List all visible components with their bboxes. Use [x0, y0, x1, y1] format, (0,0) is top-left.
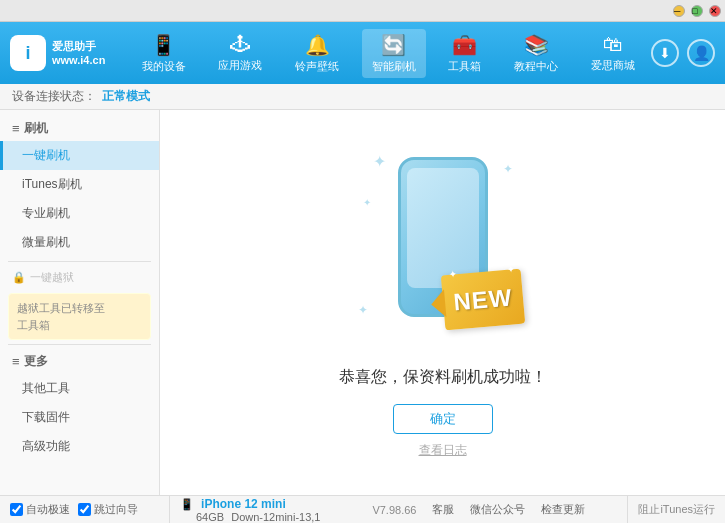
close-button[interactable]: ✕: [709, 5, 721, 17]
sidebar-grayed-jailbreak: 🔒 一键越狱: [0, 266, 159, 289]
status-label: 设备连接状态：: [12, 88, 96, 105]
version-text: V7.98.66: [372, 504, 416, 516]
minimize-button[interactable]: ─: [673, 5, 685, 17]
content-area: ✦ ✦ ✦ ✦ ✦ NEW ✦ 恭喜您，保资料刷机成功啦！ 确定 查看日志: [160, 110, 725, 495]
sidebar-item-download-firmware[interactable]: 下载固件: [0, 403, 159, 432]
nav-logo: i 爱思助手 www.i4.cn: [10, 35, 105, 71]
confirm-button[interactable]: 确定: [393, 404, 493, 434]
flash-section-icon: ≡: [12, 121, 20, 136]
nav-right-buttons: ⬇ 👤: [651, 39, 715, 67]
phone-screen: [407, 168, 479, 288]
phone-illustration: ✦ ✦ ✦ ✦ ✦ NEW ✦: [353, 147, 533, 347]
device-storage: 64GB: [196, 511, 224, 523]
flash-section-title: ≡ 刷机: [0, 116, 159, 141]
maximize-button[interactable]: □: [691, 5, 703, 17]
nav-item-apps-games-label: 应用游戏: [218, 58, 262, 73]
bottom-left: 自动极速 跳过向导: [10, 496, 170, 523]
skip-wizard-label: 跳过向导: [94, 502, 138, 517]
main-layout: ≡ 刷机 一键刷机 iTunes刷机 专业刷机 微量刷机 🔒 一键越狱 越狱工具…: [0, 110, 725, 495]
new-badge-left: [429, 288, 445, 317]
user-button[interactable]: 👤: [687, 39, 715, 67]
nav-item-mall-label: 爱思商城: [591, 58, 635, 73]
customer-service-link[interactable]: 客服: [432, 502, 454, 517]
toolbox-icon: 🧰: [452, 33, 477, 57]
sidebar-item-micro-flash[interactable]: 微量刷机: [0, 228, 159, 257]
tutorials-icon: 📚: [524, 33, 549, 57]
title-bar: ─ □ ✕: [0, 0, 725, 22]
skip-wizard-checkbox[interactable]: [78, 503, 91, 516]
new-badge: ✦ NEW ✦: [440, 268, 524, 330]
ringtones-icon: 🔔: [305, 33, 330, 57]
status-bar: 设备连接状态： 正常模式: [0, 84, 725, 110]
mall-icon: 🛍: [603, 33, 623, 56]
more-section-title: ≡ 更多: [0, 349, 159, 374]
nav-bar: i 爱思助手 www.i4.cn 📱 我的设备 🕹 应用游戏 🔔 铃声壁纸 🔄 …: [0, 22, 725, 84]
star-left: ✦: [448, 268, 457, 280]
device-section: 📱 iPhone 12 mini 64GB Down-12mini-13,1: [170, 493, 330, 524]
auto-send-checkbox[interactable]: [10, 503, 23, 516]
my-device-icon: 📱: [151, 33, 176, 57]
nav-item-mall[interactable]: 🛍 爱思商城: [581, 29, 645, 77]
logo-text: 爱思助手 www.i4.cn: [52, 39, 105, 68]
auto-send-checkbox-label[interactable]: 自动极速: [10, 502, 70, 517]
sidebar-info-box: 越狱工具已转移至工具箱: [8, 293, 151, 340]
skip-wizard-checkbox-label[interactable]: 跳过向导: [78, 502, 138, 517]
sidebar: ≡ 刷机 一键刷机 iTunes刷机 专业刷机 微量刷机 🔒 一键越狱 越狱工具…: [0, 110, 160, 495]
logo-line2: www.i4.cn: [52, 53, 105, 67]
download-button[interactable]: ⬇: [651, 39, 679, 67]
sidebar-divider-2: [8, 344, 151, 345]
nav-item-ringtones[interactable]: 🔔 铃声壁纸: [285, 29, 349, 78]
sparkle-2: ✦: [503, 162, 513, 176]
sparkle-4: ✦: [358, 303, 368, 317]
star-right: ✦: [505, 263, 514, 275]
nav-item-toolbox-label: 工具箱: [448, 59, 481, 74]
prevent-itunes-button[interactable]: 阻止iTunes运行: [638, 502, 715, 517]
device-icon: 📱: [180, 498, 194, 510]
bottom-bar: 自动极速 跳过向导 📱 iPhone 12 mini 64GB Down-12m…: [0, 495, 725, 523]
nav-item-my-device-label: 我的设备: [142, 59, 186, 74]
sidebar-item-one-key-flash[interactable]: 一键刷机: [0, 141, 159, 170]
window-controls[interactable]: ─ □ ✕: [670, 5, 721, 17]
sparkle-3: ✦: [363, 197, 371, 208]
nav-item-tutorials-label: 教程中心: [514, 59, 558, 74]
status-value: 正常模式: [102, 88, 150, 105]
more-section-label: 更多: [24, 353, 48, 370]
smart-flash-icon: 🔄: [381, 33, 406, 57]
sidebar-item-other-tools[interactable]: 其他工具: [0, 374, 159, 403]
nav-item-apps-games[interactable]: 🕹 应用游戏: [208, 29, 272, 77]
nav-item-tutorials[interactable]: 📚 教程中心: [504, 29, 568, 78]
sidebar-item-itunes-flash[interactable]: iTunes刷机: [0, 170, 159, 199]
sidebar-item-advanced[interactable]: 高级功能: [0, 432, 159, 461]
nav-item-my-device[interactable]: 📱 我的设备: [132, 29, 196, 78]
device-firmware: Down-12mini-13,1: [231, 511, 320, 523]
nav-item-ringtones-label: 铃声壁纸: [295, 59, 339, 74]
nav-item-smart-flash-label: 智能刷机: [372, 59, 416, 74]
wechat-link[interactable]: 微信公众号: [470, 502, 525, 517]
logo-line1: 爱思助手: [52, 39, 105, 53]
check-update-link[interactable]: 检查更新: [541, 502, 585, 517]
bottom-right: V7.98.66 客服 微信公众号 检查更新: [372, 502, 585, 517]
secondary-link[interactable]: 查看日志: [419, 442, 467, 459]
sidebar-item-pro-flash[interactable]: 专业刷机: [0, 199, 159, 228]
device-name: iPhone 12 mini: [201, 497, 286, 511]
new-badge-text: NEW: [452, 282, 513, 315]
flash-section-label: 刷机: [24, 120, 48, 137]
nav-items: 📱 我的设备 🕹 应用游戏 🔔 铃声壁纸 🔄 智能刷机 🧰 工具箱 📚 教程中心…: [125, 29, 651, 78]
logo-icon: i: [10, 35, 46, 71]
more-section-icon: ≡: [12, 354, 20, 369]
auto-send-label: 自动极速: [26, 502, 70, 517]
sparkle-1: ✦: [373, 152, 386, 171]
lock-icon: 🔒: [12, 271, 26, 284]
apps-games-icon: 🕹: [230, 33, 250, 56]
sidebar-divider-1: [8, 261, 151, 262]
nav-item-toolbox[interactable]: 🧰 工具箱: [438, 29, 491, 78]
success-text: 恭喜您，保资料刷机成功啦！: [339, 367, 547, 388]
nav-item-smart-flash[interactable]: 🔄 智能刷机: [362, 29, 426, 78]
